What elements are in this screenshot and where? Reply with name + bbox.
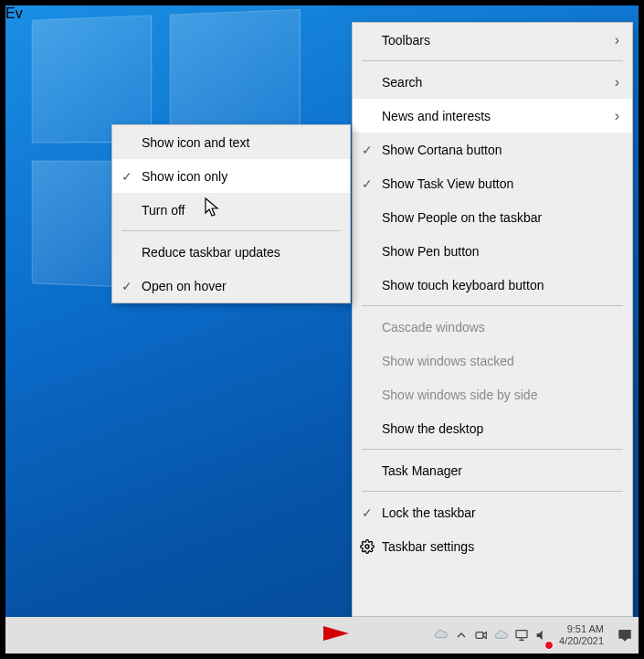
svg-rect-1 [476, 632, 483, 639]
gear-icon [353, 539, 382, 554]
svg-point-0 [365, 545, 369, 548]
menu-taskbar-settings[interactable]: Taskbar settings [353, 529, 632, 563]
menu-sidebyside: Show windows side by side [353, 377, 632, 411]
submenu-icon-only[interactable]: ✓ Show icon only [112, 159, 350, 193]
menu-separator [362, 449, 623, 450]
menu-touch-keyboard[interactable]: Show touch keyboard button [353, 268, 632, 302]
menu-people[interactable]: Show People on the taskbar [353, 200, 632, 234]
submenu-reduce-updates[interactable]: Reduce taskbar updates [112, 235, 350, 269]
taskbar-context-menu: Toolbars › Search › News and interests ›… [352, 22, 633, 617]
meet-now-icon[interactable] [471, 617, 491, 654]
chevron-right-icon: › [603, 32, 619, 48]
submenu-icon-and-text[interactable]: Show icon and text [112, 125, 350, 159]
menu-show-desktop[interactable]: Show the desktop [353, 411, 632, 445]
network-icon[interactable] [512, 617, 532, 654]
menu-taskview[interactable]: ✓ Show Task View button [353, 166, 632, 200]
action-center-icon[interactable] [611, 617, 639, 654]
volume-icon[interactable] [532, 617, 552, 654]
menu-task-manager[interactable]: Task Manager [353, 453, 632, 487]
menu-pen[interactable]: Show Pen button [353, 234, 632, 268]
check-icon: ✓ [353, 505, 382, 520]
taskbar[interactable]: 9:51 AM 4/20/2021 [5, 617, 639, 654]
submenu-turn-off[interactable]: Turn off [112, 193, 350, 227]
menu-toolbars[interactable]: Toolbars › [353, 23, 632, 57]
menu-separator [362, 305, 623, 306]
menu-separator [362, 60, 623, 61]
chevron-right-icon: › [603, 108, 619, 124]
menu-news-interests[interactable]: News and interests › [353, 99, 632, 133]
news-interests-submenu: Show icon and text ✓ Show icon only Turn… [111, 124, 351, 303]
submenu-open-on-hover[interactable]: ✓ Open on hover [112, 269, 350, 303]
svg-rect-2 [516, 631, 527, 638]
clock-time: 9:51 AM [559, 623, 604, 635]
menu-stacked: Show windows stacked [353, 344, 632, 377]
check-icon: ✓ [112, 169, 142, 184]
chevron-right-icon: › [603, 74, 619, 90]
menu-cascade: Cascade windows [353, 310, 632, 344]
onedrive-icon[interactable] [491, 617, 512, 654]
menu-separator [121, 230, 341, 231]
check-icon: ✓ [112, 279, 142, 293]
menu-separator [362, 491, 623, 492]
mute-badge-icon [544, 641, 554, 650]
taskbar-clock[interactable]: 9:51 AM 4/20/2021 [552, 623, 611, 647]
menu-cortana[interactable]: ✓ Show Cortana button [353, 133, 632, 166]
weather-news-icon[interactable] [431, 617, 451, 654]
menu-lock-taskbar[interactable]: ✓ Lock the taskbar [353, 495, 632, 529]
check-icon: ✓ [353, 176, 382, 191]
clock-date: 4/20/2021 [559, 635, 604, 647]
tray-expand-icon[interactable] [451, 617, 471, 654]
check-icon: ✓ [353, 143, 382, 157]
menu-search[interactable]: Search › [353, 65, 632, 99]
